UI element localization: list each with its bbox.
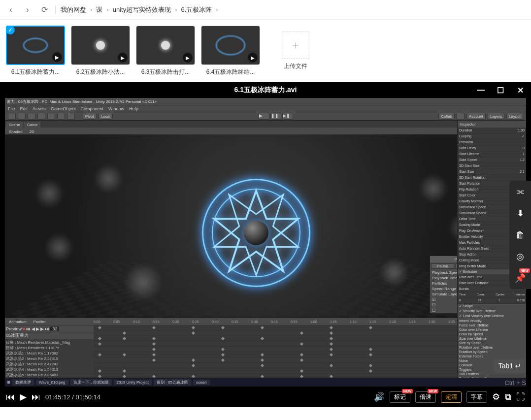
layers-dropdown[interactable]: Layers <box>488 113 504 120</box>
prev-button[interactable]: ⏮ <box>6 392 15 402</box>
inspector-tab[interactable]: Inspector <box>458 121 526 128</box>
breadcrumb-item[interactable]: 我的网盘 <box>61 5 86 14</box>
keyframe[interactable] <box>369 348 372 351</box>
anim-prev[interactable]: ◀ <box>32 326 35 331</box>
file-thumbnail[interactable]: ▶ 6.3五极冰阵击打... <box>136 26 195 76</box>
nav-forward-button[interactable]: › <box>22 4 33 16</box>
animation-track[interactable]: 目标 : Mesh Renderer.Material._Mag <box>6 340 93 345</box>
file-thumbnail[interactable]: ✓▶ 6.1五极冰阵蓄力... <box>6 26 65 76</box>
menu-item[interactable]: Assets <box>33 106 46 111</box>
move-tool[interactable] <box>18 113 26 120</box>
download-button[interactable]: ⬇ <box>513 206 527 220</box>
inspector-property[interactable]: Prewarm <box>458 139 526 145</box>
keyframe[interactable] <box>192 331 195 335</box>
menu-item[interactable]: Help <box>129 106 138 111</box>
anim-play[interactable]: ▶ <box>36 326 39 331</box>
animation-track[interactable]: 武器水晶5 : Mesh Re 2.85483 <box>6 372 93 378</box>
menu-item[interactable]: Edit <box>20 106 28 111</box>
keyframe[interactable] <box>261 337 264 340</box>
cloud-icon[interactable] <box>457 113 465 120</box>
keyframe[interactable] <box>261 326 264 329</box>
rotate-tool[interactable] <box>28 113 35 120</box>
keyframe[interactable] <box>123 353 126 356</box>
inspector-module[interactable]: ✓ Velocity over Lifetime <box>458 309 526 314</box>
keyframe[interactable] <box>192 358 195 362</box>
keyframe[interactable] <box>300 369 303 373</box>
2d-toggle[interactable]: 2D <box>27 129 37 134</box>
taskbar-item[interactable]: 百度一下，你就知道 <box>70 379 112 386</box>
inspector-property[interactable]: 3D Start Rotation <box>458 175 526 181</box>
scale-tool[interactable] <box>37 113 45 120</box>
share-button[interactable]: ⫘ <box>513 185 527 198</box>
custom-tool[interactable] <box>67 113 75 120</box>
keyframe[interactable] <box>330 348 333 351</box>
view-button[interactable]: ◎ <box>513 250 527 263</box>
keyframe[interactable] <box>152 358 156 362</box>
inspector-module[interactable]: Size over Lifetime <box>458 336 526 341</box>
keyframe[interactable] <box>261 353 264 356</box>
inspector-module[interactable]: Rotation by Speed <box>458 350 526 354</box>
animation-track[interactable]: 武器水晶3 : Mesh Re 2.47742 <box>6 361 93 367</box>
upload-button[interactable]: + 上传文件 <box>266 26 325 76</box>
preview-toggle[interactable]: Preview <box>6 326 22 331</box>
keyframe[interactable] <box>261 358 264 362</box>
keyframe[interactable] <box>98 326 101 329</box>
collab-dropdown[interactable]: Collab <box>438 113 455 120</box>
close-button[interactable]: ✕ <box>512 82 528 98</box>
hand-tool[interactable] <box>8 113 16 120</box>
animation-track[interactable]: 武器水晶4 : Mesh Re 1.54213 <box>6 367 93 372</box>
keyframe[interactable] <box>152 353 156 356</box>
maximize-button[interactable]: ☐ <box>493 82 508 98</box>
inspector-property[interactable]: 3D Start Size <box>458 163 526 169</box>
keyframe[interactable] <box>221 353 225 356</box>
start-button[interactable]: ⊞ <box>7 380 10 385</box>
inspector-property[interactable]: Start Delay0 <box>458 145 526 151</box>
pause-button[interactable]: Pause <box>431 263 454 269</box>
menu-item[interactable]: GameObject <box>51 106 76 111</box>
clip-dropdown[interactable]: 05冰雨蓄力 <box>6 332 29 339</box>
taskbar-item[interactable]: 蓄刻 - 05五极冰阵 <box>154 379 191 386</box>
keyframe[interactable] <box>300 342 303 346</box>
inspector-property[interactable]: Looping✓ <box>458 133 526 139</box>
minimize-button[interactable]: — <box>473 82 489 98</box>
step-button[interactable]: ▶❚ <box>282 113 293 120</box>
keyframe[interactable] <box>98 337 101 340</box>
keyframe[interactable] <box>369 353 372 356</box>
volume-button[interactable]: 🔊 <box>374 391 385 402</box>
keyframe[interactable] <box>123 331 126 335</box>
pin-button[interactable]: 📌NEW <box>513 271 527 285</box>
file-thumbnail[interactable]: ▶ 6.2五极冰阵小法... <box>71 26 130 76</box>
layout-dropdown[interactable]: Layout <box>506 113 523 120</box>
animation-track[interactable]: 武器水晶1 : Mesh Re 1.17092 <box>6 351 93 356</box>
keyframe[interactable] <box>330 331 333 335</box>
animation-track[interactable]: 武器水晶2 : Mesh Re 2.37415 <box>6 356 93 361</box>
inspector-module[interactable]: Color over Lifetime <box>458 327 526 332</box>
next-button[interactable]: ⏭ <box>32 392 40 402</box>
keyframe[interactable] <box>152 348 156 351</box>
keyframe[interactable] <box>152 326 156 329</box>
delete-button[interactable]: 🗑 <box>513 228 527 242</box>
breadcrumb-item[interactable]: unity超写实特效表现 <box>113 5 171 14</box>
keyframe[interactable] <box>98 353 101 356</box>
keyframe[interactable] <box>152 337 156 340</box>
keyframe[interactable] <box>330 364 333 367</box>
taskbar-item[interactable]: Wave_010.png <box>36 380 68 385</box>
profiler-tab[interactable]: Profiler <box>31 319 49 324</box>
keyframe[interactable] <box>123 337 126 340</box>
play-button[interactable]: ▶ <box>20 391 27 402</box>
keyframe[interactable] <box>330 342 333 346</box>
keyframe[interactable] <box>152 342 156 346</box>
transform-tool[interactable] <box>57 113 65 120</box>
nav-back-button[interactable]: ‹ <box>5 4 17 16</box>
keyframe[interactable] <box>330 353 333 356</box>
anim-first[interactable]: ⏮ <box>26 326 31 331</box>
keyframe[interactable] <box>98 342 101 346</box>
inspector-module[interactable]: Inherit Velocity <box>458 319 526 323</box>
frame-field[interactable]: 32 <box>50 326 59 331</box>
mark-button[interactable]: 标记NEW <box>390 391 410 403</box>
keyframe[interactable] <box>300 331 303 335</box>
keyframe[interactable] <box>330 337 333 340</box>
timeline-ruler[interactable]: 0:000:050:100:150:200:250:300:350:400:45… <box>94 318 507 325</box>
quality-button[interactable]: 超清 <box>441 391 462 403</box>
inspector-module[interactable]: Rotation over Lifetime <box>458 345 526 350</box>
